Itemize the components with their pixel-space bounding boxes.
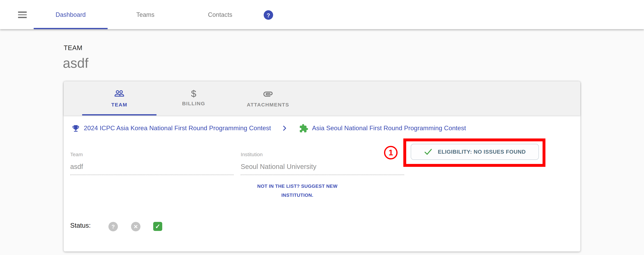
status-pass-icon: ✓ — [153, 222, 162, 231]
check-icon — [424, 148, 432, 155]
subcontest-link[interactable]: Asia Seoul National First Round Programm… — [312, 124, 466, 132]
breadcrumb: 2024 ICPC Asia Korea National First Roun… — [72, 122, 466, 134]
team-field[interactable]: Team asdf — [70, 152, 234, 175]
active-nav-indicator — [34, 28, 108, 29]
attachment-icon — [262, 88, 274, 99]
team-field-value: asdf — [70, 163, 234, 175]
active-tab-indicator — [82, 114, 156, 116]
chevron-right-icon — [280, 124, 288, 132]
page-kicker: TEAM — [64, 44, 82, 52]
puzzle-icon — [299, 124, 308, 133]
app-window: Dashboard Teams Contacts ? TEAM asdf TEA… — [0, 0, 644, 255]
group-icon — [114, 88, 125, 99]
contest-link[interactable]: 2024 ICPC Asia Korea National First Roun… — [84, 124, 271, 132]
team-field-label: Team — [70, 152, 234, 158]
eligibility-label: ELIGIBILITY: NO ISSUES FOUND — [438, 149, 526, 155]
status-unknown-icon: ? — [108, 222, 118, 232]
menu-icon[interactable] — [18, 12, 27, 18]
team-card: TEAM $ BILLING ATTACHMENTS 2024 ICPC Asi… — [64, 81, 580, 252]
status-fail-icon: ✕ — [131, 222, 140, 232]
eligibility-button[interactable]: ELIGIBILITY: NO ISSUES FOUND — [411, 144, 539, 160]
nav-tab-contacts[interactable]: Contacts — [183, 0, 257, 29]
card-tabbar: TEAM $ BILLING ATTACHMENTS — [64, 81, 580, 116]
tab-team[interactable]: TEAM — [82, 81, 156, 114]
suggest-institution-link[interactable]: NOT IN THE LIST? SUGGEST NEW INSTITUTION… — [252, 182, 342, 200]
trophy-icon — [72, 124, 80, 132]
institution-field-label: Institution — [241, 152, 404, 158]
institution-field-value: Seoul National University — [241, 163, 404, 175]
nav-tab-dashboard[interactable]: Dashboard — [34, 0, 108, 29]
nav-tab-teams[interactable]: Teams — [108, 0, 182, 29]
tab-attachments-label: ATTACHMENTS — [247, 102, 289, 108]
top-nav: Dashboard Teams Contacts ? — [0, 0, 644, 29]
page-title: asdf — [63, 56, 88, 71]
help-icon[interactable]: ? — [264, 10, 273, 20]
tab-attachments[interactable]: ATTACHMENTS — [231, 81, 305, 114]
dollar-icon: $ — [191, 89, 196, 98]
status-label: Status: — [70, 222, 91, 229]
tab-team-label: TEAM — [111, 102, 127, 108]
annotation-step-badge: 1 — [384, 146, 398, 160]
tab-billing-label: BILLING — [182, 101, 205, 106]
tab-billing[interactable]: $ BILLING — [156, 81, 231, 114]
institution-field[interactable]: Institution Seoul National University — [241, 152, 404, 175]
